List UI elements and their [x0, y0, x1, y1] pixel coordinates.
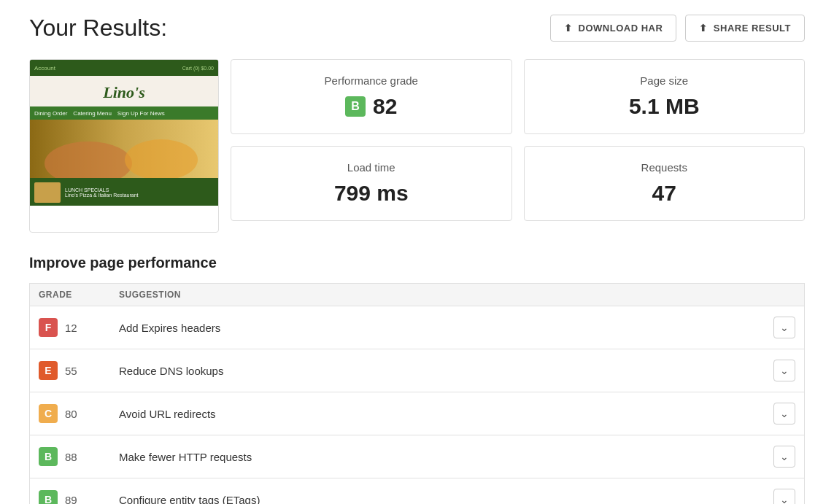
metrics-top-row: Performance grade B 82 Page size 5.1 MB	[231, 59, 805, 134]
row-grade-badge: C	[39, 404, 58, 423]
row-score: 55	[65, 365, 85, 377]
page-title: Your Results:	[29, 15, 167, 42]
improve-title: Improve page performance	[29, 255, 805, 271]
expand-button[interactable]: ⌄	[773, 317, 795, 338]
share-result-label: SHARE RESULT	[714, 23, 791, 34]
download-har-label: DOWNLOAD HAR	[579, 23, 663, 34]
row-score: 80	[65, 408, 85, 420]
suggestion-row[interactable]: F 12 Add Expires headers ⌄	[29, 306, 805, 349]
performance-grade-card: Performance grade B 82	[231, 59, 512, 134]
row-grade-area: C 80	[39, 404, 119, 423]
suggestion-row[interactable]: B 89 Configure entity tags (ETags) ⌄	[29, 478, 805, 504]
performance-grade-value: B 82	[249, 94, 494, 119]
download-har-button[interactable]: ⬆ DOWNLOAD HAR	[550, 15, 676, 42]
suggestion-row[interactable]: B 88 Make fewer HTTP requests ⌄	[29, 435, 805, 478]
results-grid: Account Cart (0) $0.00 Lino's Dining Ord…	[29, 59, 805, 233]
share-icon: ⬆	[699, 23, 708, 34]
row-grade-area: B 89	[39, 490, 119, 504]
performance-grade-label: Performance grade	[249, 74, 494, 87]
load-time-value: 799 ms	[249, 181, 494, 206]
improve-section: Improve page performance GRADE SUGGESTIO…	[29, 255, 805, 504]
row-suggestion-text: Add Expires headers	[119, 322, 773, 334]
page-size-card: Page size 5.1 MB	[524, 59, 806, 134]
row-grade-badge: B	[39, 447, 58, 466]
metrics-grid: Performance grade B 82 Page size 5.1 MB …	[231, 59, 805, 233]
row-suggestion-text: Configure entity tags (ETags)	[119, 494, 773, 505]
row-grade-area: E 55	[39, 361, 119, 380]
row-score: 88	[65, 451, 85, 463]
download-icon: ⬆	[564, 23, 573, 34]
screenshot-preview: Account Cart (0) $0.00 Lino's Dining Ord…	[30, 60, 218, 206]
requests-value: 47	[542, 181, 787, 206]
load-time-card: Load time 799 ms	[231, 146, 512, 221]
header-section: Your Results: ⬆ DOWNLOAD HAR ⬆ SHARE RES…	[29, 15, 805, 42]
requests-label: Requests	[542, 161, 787, 174]
row-grade-badge: F	[39, 318, 58, 337]
load-time-label: Load time	[249, 161, 494, 174]
row-grade-badge: E	[39, 361, 58, 380]
suggestion-row[interactable]: C 80 Avoid URL redirects ⌄	[29, 392, 805, 435]
expand-button[interactable]: ⌄	[773, 403, 795, 424]
requests-card: Requests 47	[524, 146, 806, 221]
row-grade-area: B 88	[39, 447, 119, 466]
row-suggestion-text: Reduce DNS lookups	[119, 365, 773, 377]
expand-button[interactable]: ⌄	[773, 360, 795, 381]
performance-grade-number: 82	[373, 94, 397, 119]
share-result-button[interactable]: ⬆ SHARE RESULT	[685, 15, 805, 42]
th-grade: GRADE	[39, 290, 119, 300]
page-size-label: Page size	[542, 74, 787, 87]
row-score: 12	[65, 322, 85, 334]
table-header: GRADE SUGGESTION	[29, 283, 805, 306]
screenshot-card: Account Cart (0) $0.00 Lino's Dining Ord…	[29, 59, 219, 233]
row-suggestion-text: Make fewer HTTP requests	[119, 451, 773, 463]
expand-button[interactable]: ⌄	[773, 489, 795, 504]
expand-button[interactable]: ⌄	[773, 446, 795, 468]
th-suggestion: SUGGESTION	[119, 290, 181, 300]
row-suggestion-text: Avoid URL redirects	[119, 408, 773, 420]
row-grade-badge: B	[39, 490, 58, 504]
suggestion-row[interactable]: E 55 Reduce DNS lookups ⌄	[29, 349, 805, 392]
suggestions-list: F 12 Add Expires headers ⌄ E 55 Reduce D…	[29, 306, 805, 504]
metrics-bottom-row: Load time 799 ms Requests 47	[231, 146, 805, 221]
page-size-value: 5.1 MB	[542, 94, 787, 119]
header-buttons: ⬆ DOWNLOAD HAR ⬆ SHARE RESULT	[550, 15, 805, 42]
grade-badge-b: B	[345, 96, 366, 117]
row-grade-area: F 12	[39, 318, 119, 337]
row-score: 89	[65, 494, 85, 505]
